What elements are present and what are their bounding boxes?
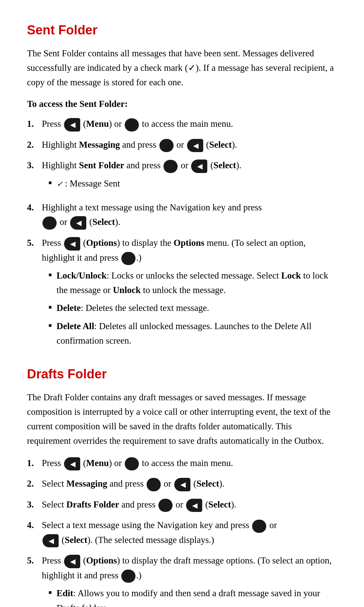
drafts-select-label-3: Select [65, 535, 87, 545]
step-4-content: Highlight a text message using the Navig… [42, 200, 337, 230]
drafts-select-label-2: Select [208, 499, 231, 510]
drafts-select-label-1: Select [196, 479, 219, 489]
step-3-content: Highlight Sent Folder and press or ◀ (Se… [42, 158, 337, 194]
step-5-content: Press ◀ (Options) to display the Options… [42, 236, 337, 351]
round-button-icon [125, 118, 139, 132]
select-label: Select [209, 140, 232, 150]
step-2-content: Highlight Messaging and press or ◀ (Sele… [42, 138, 337, 152]
step-5-subbullets: Lock/Unlock: Locks or unlocks the select… [42, 268, 337, 348]
drafts-folder-title: Drafts Folder [27, 364, 337, 384]
arrow-button-icon-3: ◀ [70, 216, 86, 230]
drafts-step-1-content: Press ◀ (Menu) or to access the main men… [42, 456, 337, 471]
options-button-icon: ◀ [64, 237, 80, 251]
drafts-sub-bullet-edit: Edit: Allows you to modify and then send… [49, 586, 337, 607]
drafts-folder-label: Drafts Folder [66, 499, 119, 510]
sub-bullet-deleteall: Delete All: Deletes all unlocked message… [49, 319, 337, 348]
drafts-menu-button-icon: ◀ [64, 457, 80, 471]
drafts-arrow-button-1: ◀ [174, 478, 190, 491]
or-label-1: or [114, 119, 122, 129]
drafts-round-button-4 [252, 520, 266, 533]
sent-folder-steps: Press ◀ (Menu) or to access the main men… [27, 117, 337, 351]
sub-bullet-lockunlock: Lock/Unlock: Locks or unlocks the select… [49, 268, 337, 297]
options-label: Options [86, 238, 117, 248]
drafts-step-5: Press ◀ (Options) to display the draft m… [27, 553, 337, 607]
select-label-3: Select [92, 217, 115, 227]
step-1-content: Press ◀ (Menu) or to access the main men… [42, 117, 337, 132]
sent-folder-subheading: To access the Sent Folder: [27, 97, 337, 111]
drafts-round-button-1 [125, 457, 139, 470]
drafts-round-button-2 [147, 478, 161, 491]
step-2: Highlight Messaging and press or ◀ (Sele… [27, 138, 337, 152]
round-button-icon-4 [42, 216, 57, 230]
drafts-step-2-content: Select Messaging and press or ◀ (Select)… [42, 476, 337, 491]
drafts-step-5-subbullets: Edit: Allows you to modify and then send… [42, 586, 337, 607]
step-3: Highlight Sent Folder and press or ◀ (Se… [27, 158, 337, 194]
menu-label: Menu [86, 119, 109, 129]
drafts-step-1: Press ◀ (Menu) or to access the main men… [27, 456, 337, 471]
sent-folder-section: Sent Folder The Sent Folder contains all… [27, 20, 337, 351]
drafts-step-3: Select Drafts Folder and press or ◀ (Sel… [27, 497, 337, 512]
drafts-step-4: Select a text message using the Navigati… [27, 518, 337, 547]
drafts-folder-intro: The Draft Folder contains any draft mess… [27, 390, 337, 449]
drafts-folder-steps: Press ◀ (Menu) or to access the main men… [27, 456, 337, 607]
arrow-button-icon: ◀ [187, 139, 203, 152]
drafts-step-3-content: Select Drafts Folder and press or ◀ (Sel… [42, 497, 337, 512]
drafts-menu-label: Menu [86, 458, 109, 468]
step-4: Highlight a text message using the Navig… [27, 200, 337, 230]
drafts-arrow-button-2: ◀ [186, 499, 202, 512]
step-3-subbullets: ✓ : Message Sent [42, 176, 337, 191]
menu-button-icon: ◀ [64, 118, 80, 132]
round-button-icon-2 [159, 139, 174, 152]
drafts-step-2: Select Messaging and press or ◀ (Select)… [27, 476, 337, 491]
drafts-options-button-icon: ◀ [64, 555, 80, 568]
round-button-icon-3 [163, 160, 178, 173]
sent-folder-intro: The Sent Folder contains all messages th… [27, 46, 337, 90]
sub-bullet-checkmark: ✓ : Message Sent [49, 176, 337, 191]
round-button-icon-5 [121, 252, 135, 265]
drafts-round-button-5 [121, 570, 135, 583]
messaging-label: Messaging [79, 140, 120, 150]
checkmark-icon: ✓ [57, 180, 63, 188]
options-label-2: Options [174, 238, 205, 248]
sent-folder-title: Sent Folder [27, 20, 337, 40]
step-1: Press ◀ (Menu) or to access the main men… [27, 117, 337, 132]
select-label-2: Select [213, 160, 236, 170]
step-5: Press ◀ (Options) to display the Options… [27, 236, 337, 351]
arrow-button-icon-2: ◀ [191, 160, 207, 173]
drafts-arrow-button-3: ◀ [42, 534, 59, 548]
sub-bullet-delete: Delete: Deletes the selected text messag… [49, 301, 337, 315]
drafts-folder-section: Drafts Folder The Draft Folder contains … [27, 364, 337, 607]
drafts-options-label: Options [86, 555, 117, 566]
drafts-step-4-content: Select a text message using the Navigati… [42, 518, 337, 547]
drafts-messaging-label: Messaging [66, 479, 108, 489]
sent-folder-label: Sent Folder [79, 160, 124, 170]
drafts-round-button-3 [158, 499, 173, 512]
drafts-step-5-content: Press ◀ (Options) to display the draft m… [42, 553, 337, 607]
